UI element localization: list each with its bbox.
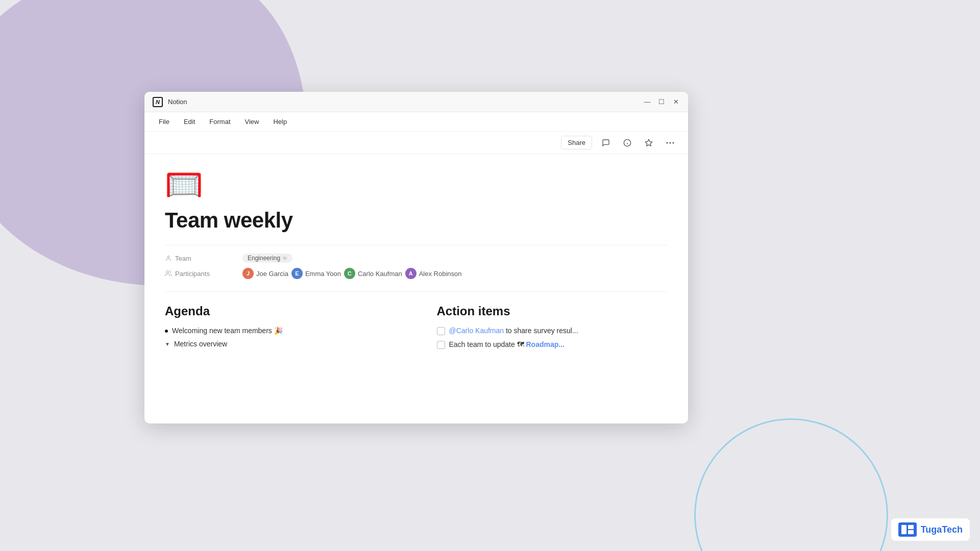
svg-rect-11 — [908, 525, 914, 529]
action-item-1-text: @Carlo Kaufman to share survey resul... — [449, 327, 578, 335]
svg-point-5 — [670, 142, 671, 143]
team-icon — [165, 255, 172, 262]
maximize-button[interactable]: ☐ — [657, 98, 666, 106]
engineering-tag[interactable]: Engineering — [242, 254, 292, 263]
svg-point-4 — [667, 142, 668, 143]
avatar-carlo: C — [344, 268, 355, 279]
favorite-button[interactable] — [641, 135, 656, 151]
watermark-text: TugaTech — [921, 524, 963, 535]
minimize-button[interactable]: — — [643, 98, 651, 106]
background-circle — [694, 418, 888, 551]
action-item-2-prefix: Each team to update 🗺 — [449, 340, 526, 348]
svg-rect-12 — [908, 530, 914, 534]
svg-point-8 — [284, 258, 286, 259]
page-icon: 🥅 — [165, 169, 668, 200]
participant-joe[interactable]: J Joe Garcia — [242, 268, 288, 279]
menu-help[interactable]: Help — [267, 116, 293, 128]
watermark-icon — [898, 522, 917, 537]
menu-bar: File Edit Format View Help — [144, 112, 688, 132]
menu-edit[interactable]: Edit — [178, 116, 201, 128]
more-options-button[interactable] — [663, 135, 678, 151]
title-bar: N Notion — ☐ ✕ — [144, 92, 688, 112]
agenda-item-1: Welcoming new team members 🎉 — [165, 327, 396, 335]
action-item-2-text: Each team to update 🗺 Roadmap... — [449, 340, 565, 348]
svg-point-9 — [166, 271, 169, 273]
window-title: Notion — [168, 98, 187, 106]
mention-carlo: @Carlo Kaufman — [449, 327, 504, 335]
roadmap-link[interactable]: Roadmap... — [526, 340, 564, 348]
info-button[interactable] — [620, 135, 635, 151]
svg-point-7 — [167, 256, 169, 258]
agenda-item-1-text: Welcoming new team members 🎉 — [172, 327, 283, 335]
agenda-title: Agenda — [165, 304, 396, 318]
notion-logo-icon: N — [153, 97, 163, 107]
settings-icon — [282, 256, 287, 261]
toggle-icon[interactable]: ▼ — [165, 341, 170, 347]
agenda-item-2-text: Metrics overview — [174, 340, 227, 348]
checkbox-2[interactable] — [437, 341, 445, 349]
participant-carlo[interactable]: C Carlo Kaufman — [344, 268, 402, 279]
team-property-row: Team Engineering — [165, 254, 668, 263]
menu-format[interactable]: Format — [203, 116, 236, 128]
action-item-2: Each team to update 🗺 Roadmap... — [437, 340, 668, 349]
avatar-alex: A — [405, 268, 416, 279]
watermark: TugaTech — [891, 518, 970, 541]
participants-value: J Joe Garcia E Emma Yoon C Carlo Kaufman… — [242, 268, 462, 279]
participants-icon — [165, 270, 172, 277]
action-items-section: Action items @Carlo Kaufman to share sur… — [437, 304, 668, 354]
svg-marker-3 — [645, 139, 652, 146]
menu-view[interactable]: View — [239, 116, 265, 128]
comment-button[interactable] — [598, 135, 614, 151]
svg-point-6 — [673, 142, 674, 143]
participants-property-row: Participants J Joe Garcia E Emma Yoon C … — [165, 268, 668, 279]
notion-window: N Notion — ☐ ✕ File Edit Format View Hel… — [144, 92, 688, 423]
share-button[interactable]: Share — [561, 136, 592, 149]
team-label: Team — [165, 255, 236, 262]
action-items-title: Action items — [437, 304, 668, 318]
avatar-emma: E — [291, 268, 303, 279]
properties-section: Team Engineering — [165, 245, 668, 279]
title-bar-left: N Notion — [153, 97, 187, 107]
content-sections: Agenda Welcoming new team members 🎉 ▼ Me… — [165, 291, 668, 354]
avatar-joe: J — [242, 268, 254, 279]
close-button[interactable]: ✕ — [672, 98, 680, 106]
agenda-item-2: ▼ Metrics overview — [165, 340, 396, 348]
svg-rect-10 — [901, 525, 906, 534]
toolbar: Share — [144, 132, 688, 154]
participants-label: Participants — [165, 270, 236, 278]
participant-emma[interactable]: E Emma Yoon — [291, 268, 341, 279]
action-item-1-suffix: to share survey resul... — [506, 327, 578, 335]
action-item-1: @Carlo Kaufman to share survey resul... — [437, 327, 668, 335]
page-title[interactable]: Team weekly — [165, 208, 668, 233]
bullet-icon — [165, 330, 168, 333]
agenda-section: Agenda Welcoming new team members 🎉 ▼ Me… — [165, 304, 396, 354]
checkbox-1[interactable] — [437, 327, 445, 335]
team-value[interactable]: Engineering — [242, 254, 292, 263]
window-controls: — ☐ ✕ — [643, 98, 680, 106]
page-content: 🥅 Team weekly Team Engineering — [144, 154, 688, 423]
menu-file[interactable]: File — [153, 116, 176, 128]
participant-alex[interactable]: A Alex Robinson — [405, 268, 462, 279]
